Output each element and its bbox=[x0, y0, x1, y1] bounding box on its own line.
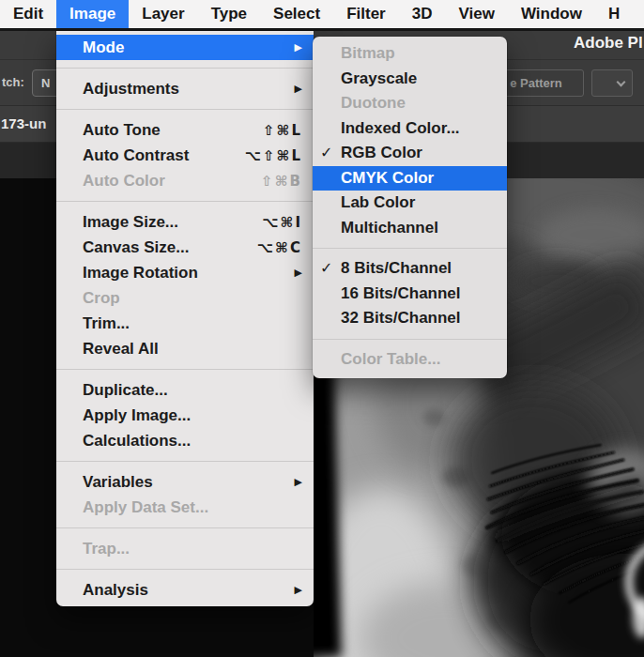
menu-item-reveal-all[interactable]: Reveal All bbox=[56, 336, 314, 361]
menubar-item-select[interactable]: Select bbox=[260, 0, 333, 28]
document-tab[interactable]: 173-un bbox=[0, 106, 46, 143]
menu-separator bbox=[56, 201, 314, 202]
menu-item-canvas-size[interactable]: Canvas Size... ⌥⌘C bbox=[56, 235, 314, 260]
checkmark-icon: ✓ bbox=[320, 141, 332, 166]
menu-item-apply-image[interactable]: Apply Image... bbox=[56, 403, 314, 428]
menu-item-calculations[interactable]: Calculations... bbox=[56, 428, 314, 453]
submenu-item-color-table: Color Table... bbox=[313, 347, 507, 373]
menu-item-crop: Crop bbox=[56, 285, 314, 311]
menubar-item-help[interactable]: H bbox=[595, 0, 633, 28]
menu-item-auto-contrast[interactable]: Auto Contrast ⌥⇧⌘L bbox=[56, 143, 314, 168]
submenu-item-cmyk-color[interactable]: CMYK Color bbox=[313, 166, 507, 191]
menu-separator bbox=[56, 369, 314, 370]
submenu-item-multichannel[interactable]: Multichannel bbox=[313, 216, 507, 241]
menu-item-auto-tone[interactable]: Auto Tone ⇧⌘L bbox=[56, 117, 314, 143]
submenu-item-indexed-color[interactable]: Indexed Color... bbox=[313, 116, 507, 142]
menubar-item-type[interactable]: Type bbox=[198, 0, 260, 28]
menu-separator bbox=[313, 339, 507, 340]
menu-separator bbox=[313, 248, 507, 249]
submenu-arrow-icon: ▶ bbox=[295, 584, 302, 596]
menu-bar: Edit Image Layer Type Select Filter 3D V… bbox=[0, 0, 644, 28]
submenu-item-grayscale[interactable]: Grayscale bbox=[313, 67, 507, 92]
menu-separator bbox=[56, 68, 314, 69]
submenu-item-8-bits-channel[interactable]: ✓ 8 Bits/Channel bbox=[313, 256, 507, 282]
menubar-item-image[interactable]: Image bbox=[56, 0, 129, 28]
image-menu: Mode ▶ Adjustments ▶ Auto Tone ⇧⌘L Auto … bbox=[56, 31, 314, 606]
submenu-item-16-bits-channel[interactable]: 16 Bits/Channel bbox=[313, 282, 507, 307]
menu-item-auto-color: Auto Color ⇧⌘B bbox=[56, 168, 314, 193]
menubar-item-3d[interactable]: 3D bbox=[399, 0, 446, 28]
shortcut: ⌥⇧⌘L bbox=[245, 147, 302, 164]
shortcut: ⌥⌘C bbox=[257, 239, 302, 256]
menu-item-image-rotation[interactable]: Image Rotation ▶ bbox=[56, 260, 314, 285]
submenu-arrow-icon: ▶ bbox=[295, 41, 302, 53]
menubar-item-filter[interactable]: Filter bbox=[333, 0, 399, 28]
menu-item-variables[interactable]: Variables ▶ bbox=[56, 469, 314, 495]
shortcut: ⇧⌘B bbox=[261, 173, 302, 190]
submenu-item-lab-color[interactable]: Lab Color bbox=[313, 191, 507, 216]
menubar-item-layer[interactable]: Layer bbox=[129, 0, 197, 28]
menu-separator bbox=[56, 461, 314, 462]
submenu-arrow-icon: ▶ bbox=[295, 267, 302, 279]
mode-submenu: Bitmap Grayscale Duotone Indexed Color..… bbox=[313, 37, 507, 378]
submenu-item-duotone: Duotone bbox=[313, 91, 507, 116]
menu-separator bbox=[56, 569, 314, 570]
submenu-arrow-icon: ▶ bbox=[295, 83, 302, 95]
submenu-item-rgb-color[interactable]: ✓ RGB Color bbox=[313, 141, 507, 166]
options-partial-label: tch: bbox=[2, 60, 24, 106]
submenu-item-32-bits-channel[interactable]: 32 Bits/Channel bbox=[313, 306, 507, 331]
menubar-item-edit[interactable]: Edit bbox=[0, 0, 56, 28]
menu-item-adjustments[interactable]: Adjustments ▶ bbox=[56, 76, 314, 101]
menubar-item-view[interactable]: View bbox=[445, 0, 507, 28]
menu-separator bbox=[56, 109, 314, 110]
menu-item-analysis[interactable]: Analysis ▶ bbox=[56, 577, 314, 603]
shortcut: ⌥⌘I bbox=[262, 214, 302, 231]
dropdown-chevron-icon bbox=[617, 78, 626, 87]
menu-item-trim[interactable]: Trim... bbox=[56, 311, 314, 336]
menu-item-apply-data-set: Apply Data Set... bbox=[56, 495, 314, 520]
submenu-item-bitmap: Bitmap bbox=[313, 41, 507, 67]
options-dropdown[interactable] bbox=[591, 69, 633, 97]
checkmark-icon: ✓ bbox=[320, 256, 332, 282]
menu-item-image-size[interactable]: Image Size... ⌥⌘I bbox=[56, 209, 314, 235]
menu-item-trap: Trap... bbox=[56, 536, 314, 561]
photoshop-window: { "window": { "app_title": "Adobe Pl" },… bbox=[0, 0, 644, 657]
menu-item-mode[interactable]: Mode ▶ bbox=[56, 35, 314, 60]
shortcut: ⇧⌘L bbox=[263, 122, 302, 139]
menubar-item-window[interactable]: Window bbox=[508, 0, 595, 28]
app-title: Adobe Pl bbox=[574, 28, 643, 60]
submenu-arrow-icon: ▶ bbox=[295, 476, 302, 488]
menu-separator bbox=[56, 527, 314, 528]
menu-item-duplicate[interactable]: Duplicate... bbox=[56, 377, 314, 403]
